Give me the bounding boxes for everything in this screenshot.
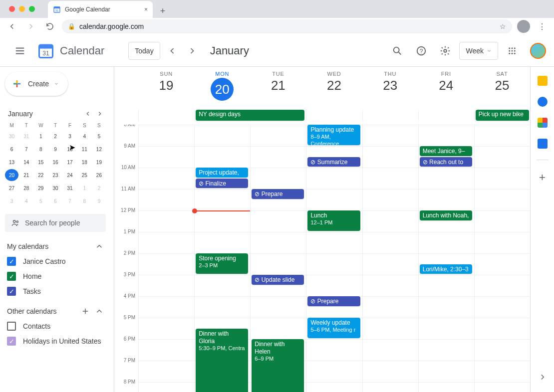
new-tab-button[interactable]: +: [156, 4, 170, 18]
calendar-event[interactable]: ⊘ Prepare present: [307, 296, 360, 306]
meet-icon[interactable]: [538, 139, 548, 149]
allday-event[interactable]: Pick up new bike: [476, 110, 529, 121]
address-bar[interactable]: 🔒 calendar.google.com ☆: [62, 19, 512, 33]
mini-date-cell[interactable]: 7: [19, 143, 33, 155]
mini-date-cell[interactable]: 16: [48, 156, 62, 168]
calendar-event[interactable]: ⊘ Update slide de: [252, 275, 304, 285]
mini-next-button[interactable]: [94, 108, 106, 120]
calendar-checkbox[interactable]: ✓: [7, 337, 16, 346]
day-column[interactable]: [138, 125, 194, 392]
calendar-event[interactable]: ⊘ Summarize find: [307, 157, 360, 167]
mini-date-cell[interactable]: 4: [78, 130, 91, 142]
minimize-window-icon[interactable]: [19, 6, 25, 12]
add-calendar-icon[interactable]: [81, 307, 90, 316]
calendar-event[interactable]: Planning update8–9 AM, Conference: [307, 125, 360, 145]
forward-button[interactable]: [24, 19, 38, 33]
calendar-event[interactable]: Weekly update5–6 PM, Meeting r: [307, 318, 360, 338]
mini-date-cell[interactable]: 5: [34, 195, 47, 207]
mini-date-cell[interactable]: 8: [34, 143, 47, 155]
calendar-event[interactable]: Lunch with Noah,: [420, 210, 472, 220]
calendar-item[interactable]: ✓Tasks: [5, 284, 106, 299]
calendar-event[interactable]: Dinner with Helen6–9 PM: [252, 339, 304, 392]
mini-date-cell[interactable]: 4: [19, 195, 33, 207]
calendar-event[interactable]: Meet Janice, 9–9:: [420, 146, 472, 156]
calendar-checkbox[interactable]: [7, 322, 16, 331]
mini-date-cell[interactable]: 1: [78, 182, 91, 194]
other-calendars-header[interactable]: Other calendars: [5, 304, 106, 319]
mini-date-cell[interactable]: 30: [48, 182, 62, 194]
back-button[interactable]: [5, 19, 19, 33]
tasks-icon[interactable]: [538, 97, 548, 107]
mini-date-cell[interactable]: 23: [48, 169, 62, 181]
maximize-window-icon[interactable]: [29, 6, 35, 12]
mini-date-cell[interactable]: 9: [48, 143, 62, 155]
day-header[interactable]: SUN19: [138, 67, 194, 110]
mini-date-cell[interactable]: 13: [5, 156, 18, 168]
day-header[interactable]: FRI24: [418, 67, 474, 110]
mini-date-cell[interactable]: 2: [48, 130, 62, 142]
allday-slot[interactable]: Pick up new bike: [474, 110, 530, 122]
day-column[interactable]: Meet Janice, 9–9:⊘ Reach out to ToLunch …: [418, 125, 474, 392]
calendar-event[interactable]: ⊘ Reach out to To: [420, 157, 472, 167]
my-calendars-header[interactable]: My calendars: [5, 239, 106, 254]
browser-menu-icon[interactable]: ⋮: [535, 19, 549, 33]
mini-prev-button[interactable]: [82, 108, 94, 120]
day-column[interactable]: [362, 125, 418, 392]
day-column[interactable]: Project update, 10⊘ Finalize presentStor…: [194, 125, 250, 392]
mini-date-cell[interactable]: 12: [92, 143, 106, 155]
mini-date-cell[interactable]: 24: [63, 169, 77, 181]
search-people-input[interactable]: Search for people: [5, 214, 106, 232]
calendar-event[interactable]: Project update, 10: [196, 168, 248, 178]
mini-date-cell[interactable]: 18: [78, 156, 91, 168]
search-icon[interactable]: [387, 41, 407, 61]
calendar-checkbox[interactable]: ✓: [7, 272, 16, 281]
reload-button[interactable]: [43, 19, 57, 33]
settings-icon[interactable]: [435, 41, 455, 61]
day-column[interactable]: ⊘ Prepare worksh⊘ Update slide deDinner …: [250, 125, 306, 392]
hide-panel-icon[interactable]: [535, 369, 551, 385]
mini-date-cell[interactable]: 1: [34, 130, 47, 142]
day-header[interactable]: THU23: [362, 67, 418, 110]
mini-date-cell[interactable]: 6: [5, 143, 18, 155]
close-window-icon[interactable]: [9, 6, 15, 12]
mini-date-cell[interactable]: 6: [48, 195, 62, 207]
allday-slot[interactable]: [306, 110, 362, 122]
calendar-checkbox[interactable]: ✓: [7, 257, 16, 266]
mini-date-cell[interactable]: 15: [34, 156, 47, 168]
day-header[interactable]: TUE21: [250, 67, 306, 110]
mini-date-cell[interactable]: 31: [63, 182, 77, 194]
help-icon[interactable]: ?: [411, 41, 431, 61]
window-controls[interactable]: [5, 6, 39, 12]
mini-date-cell[interactable]: 21: [19, 169, 33, 181]
mini-date-cell[interactable]: 20: [5, 169, 18, 181]
apps-icon[interactable]: [502, 41, 522, 61]
allday-slot[interactable]: [138, 110, 194, 122]
allday-slot[interactable]: NY design days: [194, 110, 250, 122]
mini-date-cell[interactable]: 8: [78, 195, 91, 207]
day-column[interactable]: [474, 125, 530, 392]
calendar-event[interactable]: ⊘ Prepare worksh: [252, 189, 304, 199]
allday-event[interactable]: NY design days: [196, 110, 304, 121]
mini-date-cell[interactable]: 14: [19, 156, 33, 168]
maps-icon[interactable]: [538, 118, 548, 128]
calendar-item[interactable]: ✓Janice Castro: [5, 254, 106, 269]
browser-tab[interactable]: 31 Google Calendar ×: [48, 1, 153, 18]
mini-date-cell[interactable]: 29: [34, 182, 47, 194]
mini-date-cell[interactable]: 28: [19, 182, 33, 194]
calendar-event[interactable]: Lunch12–1 PM: [307, 210, 360, 231]
mini-date-cell[interactable]: 30: [5, 130, 18, 142]
mini-date-cell[interactable]: 22: [34, 169, 47, 181]
day-header[interactable]: WED22: [306, 67, 362, 110]
mini-date-cell[interactable]: 3: [5, 195, 18, 207]
mini-date-cell[interactable]: 31: [19, 130, 33, 142]
calendar-event[interactable]: Store opening2–3 PM: [196, 253, 248, 274]
add-addon-icon[interactable]: +: [539, 171, 546, 184]
create-button[interactable]: Create: [5, 72, 68, 96]
next-period-button[interactable]: [184, 43, 200, 59]
calendar-event[interactable]: ⊘ Finalize present: [196, 179, 248, 189]
main-menu-icon[interactable]: [8, 39, 32, 63]
today-button[interactable]: Today: [128, 42, 160, 60]
calendar-item[interactable]: ✓Holidays in United States: [5, 334, 106, 349]
mini-date-cell[interactable]: 19: [92, 156, 106, 168]
calendar-event[interactable]: Lori/Mike, 2:30–3: [420, 264, 472, 274]
